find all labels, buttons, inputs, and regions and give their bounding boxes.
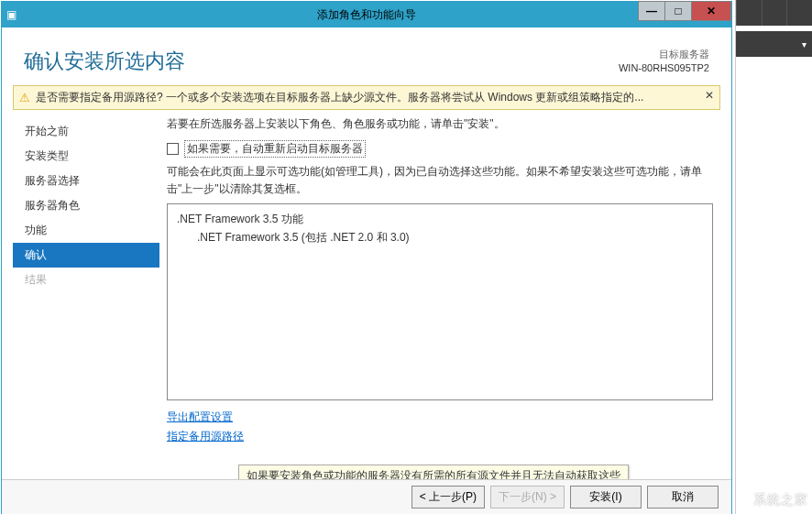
auto-restart-label: 如果需要，自动重新启动目标服务器 <box>184 140 366 158</box>
content-pane: 若要在所选服务器上安装以下角色、角色服务或功能，请单击"安装"。 如果需要，自动… <box>159 115 720 454</box>
next-button: 下一步(N) > <box>490 486 565 509</box>
title-bar: ▣ 添加角色和功能向导 — □ ✕ <box>2 2 731 27</box>
page-heading: 确认安装所选内容 <box>24 48 185 75</box>
app-icon: ▣ <box>2 8 20 21</box>
watermark-logo: 系统之家 <box>753 455 808 509</box>
watermark-text: 系统之家 <box>753 492 808 509</box>
wizard-steps-sidebar: 开始之前 安装类型 服务器选择 服务器角色 功能 确认 结果 <box>13 115 159 454</box>
alternate-source-link[interactable]: 指定备用源路径 <box>167 429 713 444</box>
step-before-begin[interactable]: 开始之前 <box>13 119 159 144</box>
previous-button[interactable]: < 上一步(P) <box>411 486 485 509</box>
step-server-roles[interactable]: 服务器角色 <box>13 193 159 218</box>
install-button[interactable]: 安装(I) <box>570 486 642 509</box>
auto-restart-checkbox[interactable] <box>167 143 179 155</box>
cancel-button[interactable]: 取消 <box>647 486 719 509</box>
features-list: .NET Framework 3.5 功能 .NET Framework 3.5… <box>167 203 713 400</box>
close-button[interactable]: ✕ <box>691 1 731 21</box>
minimize-button[interactable]: — <box>638 1 665 21</box>
window-title: 添加角色和功能向导 <box>317 7 416 23</box>
wizard-footer: < 上一步(P) 下一步(N) > 安装(I) 取消 <box>2 479 731 514</box>
dropdown-icon[interactable]: ▾ <box>736 31 812 57</box>
instruction-text-2: 可能会在此页面上显示可选功能(如管理工具)，因为已自动选择这些功能。如果不希望安… <box>167 163 713 198</box>
step-server-selection[interactable]: 服务器选择 <box>13 169 159 193</box>
step-confirm[interactable]: 确认 <box>13 243 159 268</box>
instruction-text-1: 若要在所选服务器上安装以下角色、角色服务或功能，请单击"安装"。 <box>167 115 713 133</box>
feature-group: .NET Framework 3.5 功能 <box>177 212 703 227</box>
background-app-panel: ▾ 系统之家 <box>735 0 812 514</box>
server-name: WIN-80RHS095TP2 <box>619 61 709 75</box>
step-install-type[interactable]: 安装类型 <box>13 144 159 169</box>
page-header: 确认安装所选内容 目标服务器 WIN-80RHS095TP2 <box>2 27 731 83</box>
step-results: 结果 <box>13 268 159 292</box>
warning-text: 是否需要指定备用源路径? 一个或多个安装选项在目标服务器上缺少源文件。服务器将尝… <box>36 90 714 105</box>
feature-child: .NET Framework 3.5 (包括 .NET 2.0 和 3.0) <box>177 230 703 246</box>
server-label: 目标服务器 <box>619 48 709 61</box>
export-config-link[interactable]: 导出配置设置 <box>167 410 713 425</box>
warning-close-icon[interactable]: ✕ <box>705 89 714 102</box>
step-features[interactable]: 功能 <box>13 218 159 243</box>
warning-icon: ⚠ <box>19 91 30 104</box>
target-server-info: 目标服务器 WIN-80RHS095TP2 <box>619 48 709 76</box>
svg-marker-0 <box>755 457 796 487</box>
maximize-button[interactable]: □ <box>664 1 692 21</box>
warning-bar[interactable]: ⚠ 是否需要指定备用源路径? 一个或多个安装选项在目标服务器上缺少源文件。服务器… <box>13 85 720 110</box>
